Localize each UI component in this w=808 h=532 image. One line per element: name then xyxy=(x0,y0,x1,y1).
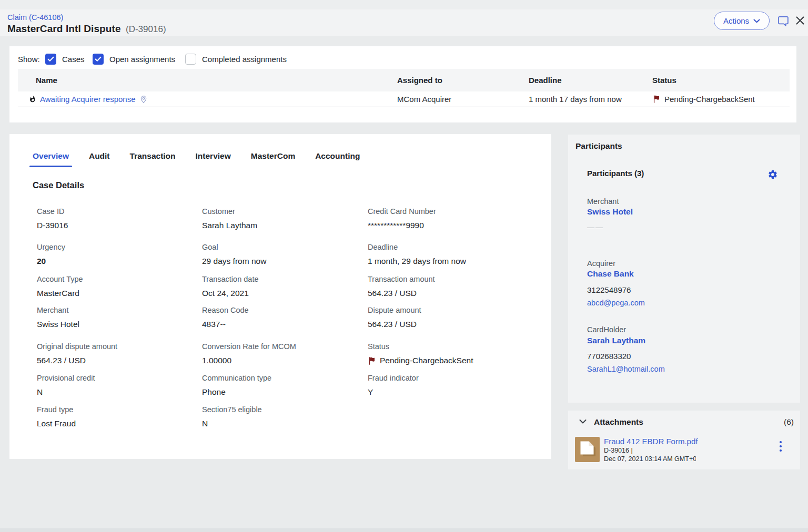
window-bottom-strip xyxy=(0,528,808,532)
field-customer: Customer Sarah Laytham xyxy=(202,206,360,231)
page-title: MasterCard Intl Dispute xyxy=(7,23,121,34)
chevron-down-icon xyxy=(753,19,760,23)
assignments-table-header: Name Assigned to Deadline Status xyxy=(18,69,790,91)
field-label: Merchant xyxy=(37,305,195,315)
tab-mastercom[interactable]: MasterCom xyxy=(251,151,295,167)
field-value: ************9990 xyxy=(368,220,526,231)
open-assignments-checkbox-label: Open assignments xyxy=(109,55,175,64)
title-row: MasterCard Intl Dispute (D-39016) xyxy=(7,23,166,35)
attachment-meta-case: D-39016 | xyxy=(604,447,633,454)
field-label: Customer xyxy=(202,206,360,217)
field-case-id: Case ID D-39016 xyxy=(37,206,195,231)
field-dispute-amount: Dispute amount 564.23 / USD xyxy=(368,305,526,330)
window-top-strip xyxy=(0,0,808,9)
cases-checkbox[interactable] xyxy=(45,54,56,65)
attachments-count: (6) xyxy=(784,417,794,427)
tab-interview[interactable]: Interview xyxy=(196,151,231,167)
attachment-file-link[interactable]: Fraud 412 EBDR Form.pdf xyxy=(604,437,698,446)
field-value: 29 days from now xyxy=(202,255,360,267)
field-label: Provisional credit xyxy=(37,373,195,383)
check-icon xyxy=(95,56,102,62)
pdf-file-icon xyxy=(575,437,600,462)
field-label: Dispute amount xyxy=(368,305,526,315)
field-value: N xyxy=(37,386,195,398)
field-label: Goal xyxy=(202,242,360,252)
close-icon[interactable] xyxy=(794,15,806,26)
field-label: Transaction amount xyxy=(368,274,526,284)
field-label: Fraud indicator xyxy=(368,373,526,383)
kebab-menu-icon[interactable] xyxy=(776,440,785,453)
case-details-heading: Case Details xyxy=(33,180,84,190)
column-header-name: Name xyxy=(18,76,397,85)
show-label: Show: xyxy=(18,55,40,64)
assignment-status: Pending-ChargebackSent xyxy=(664,95,755,104)
assignment-assigned-to: MCom Acquirer xyxy=(397,95,529,104)
field-label: Reason Code xyxy=(202,305,360,315)
participant-placeholder-dashes: —— xyxy=(587,223,604,231)
breadcrumb-claim-link[interactable]: Claim (C-46106) xyxy=(7,13,63,22)
chat-bubble-icon[interactable] xyxy=(776,14,790,28)
field-value: Phone xyxy=(202,386,360,398)
field-label: Deadline xyxy=(368,242,526,252)
case-id-label: (D-39016) xyxy=(126,24,166,34)
participant-email-cardholder[interactable]: SarahL1@hotmail.com xyxy=(587,365,665,373)
tab-accounting[interactable]: Accounting xyxy=(315,151,360,167)
field-value: Pending-ChargebackSent xyxy=(380,355,473,366)
red-flag-icon xyxy=(368,356,377,365)
field-value: 564.23 / USD xyxy=(368,288,526,299)
field-label: Fraud type xyxy=(37,404,195,415)
participant-role-acquirer: Acquirer xyxy=(587,259,615,268)
field-value: 1 month, 29 days from now xyxy=(368,255,526,267)
assignments-panel: Show: Cases Open assignments Completed a… xyxy=(9,46,796,122)
participants-section-title: Participants (3) xyxy=(587,169,644,178)
urgency-flame-icon xyxy=(29,95,36,103)
field-label: Section75 eligible xyxy=(202,404,360,415)
participant-email-acquirer[interactable]: abcd@pega.com xyxy=(587,299,645,307)
filter-cases[interactable]: Cases xyxy=(45,54,85,65)
completed-assignments-checkbox[interactable] xyxy=(185,54,196,65)
tab-transaction[interactable]: Transaction xyxy=(130,151,176,167)
open-assignments-checkbox[interactable] xyxy=(93,54,104,65)
field-value: 4837-- xyxy=(202,319,360,330)
field-merchant: Merchant Swiss Hotel xyxy=(37,305,195,330)
attachment-meta-date: Dec 07, 2021 03:14 AM GMT+01:00 xyxy=(604,455,696,463)
assignment-link[interactable]: Awaiting Acquirer response xyxy=(40,95,136,104)
participant-role-merchant: Merchant xyxy=(587,197,619,206)
participant-name-cardholder[interactable]: Sarah Laytham xyxy=(587,336,645,345)
field-account-type: Account Type MasterCard xyxy=(37,274,195,299)
field-label: Case ID xyxy=(37,206,195,217)
attachments-panel: Attachments (6) Fraud 412 EBDR Form.pdf … xyxy=(568,411,800,469)
assignment-row: Awaiting Acquirer response MCom Acquirer… xyxy=(18,91,790,107)
assignment-deadline: 1 month 17 days from now xyxy=(529,95,652,104)
field-transaction-amount: Transaction amount 564.23 / USD xyxy=(368,274,526,299)
filter-completed-assignments[interactable]: Completed assignments xyxy=(185,54,287,65)
show-filter-row: Show: Cases Open assignments Completed a… xyxy=(18,54,386,66)
participant-phone-acquirer: 3122548976 xyxy=(587,285,631,294)
location-pin-icon[interactable] xyxy=(139,95,148,104)
participant-name-merchant[interactable]: Swiss Hotel xyxy=(587,207,633,217)
field-value: Swiss Hotel xyxy=(37,319,195,330)
field-label: Conversion Rate for MCOM xyxy=(202,341,360,352)
field-value: D-39016 xyxy=(37,220,195,231)
tab-overview[interactable]: Overview xyxy=(33,151,69,167)
case-content-card: Overview Audit Transaction Interview Mas… xyxy=(9,134,551,459)
participant-role-cardholder: CardHolder xyxy=(587,325,626,334)
gear-icon[interactable] xyxy=(767,169,778,180)
field-label: Original dispute amount xyxy=(37,341,195,352)
field-label: Urgency xyxy=(37,242,195,252)
field-transaction-date: Transaction date Oct 24, 2021 xyxy=(202,274,360,299)
field-deadline: Deadline 1 month, 29 days from now xyxy=(368,242,526,267)
participant-name-acquirer[interactable]: Chase Bank xyxy=(587,269,634,279)
field-conversion-rate: Conversion Rate for MCOM 1.00000 xyxy=(202,341,360,366)
field-value: 20 xyxy=(37,255,195,267)
actions-button[interactable]: Actions xyxy=(714,12,770,30)
field-status: Status Pending-ChargebackSent xyxy=(368,341,526,366)
tab-audit[interactable]: Audit xyxy=(89,151,110,167)
collapse-chevron-icon[interactable] xyxy=(578,417,588,426)
field-value: Sarah Laytham xyxy=(202,220,360,231)
field-value: 1.00000 xyxy=(202,355,360,366)
field-value: Oct 24, 2021 xyxy=(202,288,360,299)
completed-assignments-checkbox-label: Completed assignments xyxy=(202,55,287,64)
filter-open-assignments[interactable]: Open assignments xyxy=(93,54,175,65)
field-value: 564.23 / USD xyxy=(37,355,195,366)
